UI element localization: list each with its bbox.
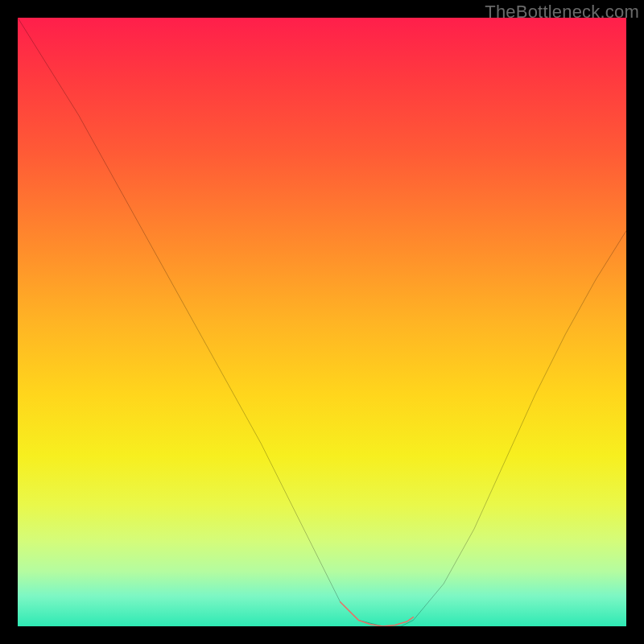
plot-area bbox=[18, 18, 626, 626]
chart-frame: TheBottleneck.com bbox=[0, 0, 644, 644]
curve-layer bbox=[18, 18, 626, 626]
bottleneck-curve bbox=[18, 18, 626, 626]
optimal-zone-highlight bbox=[341, 602, 414, 626]
